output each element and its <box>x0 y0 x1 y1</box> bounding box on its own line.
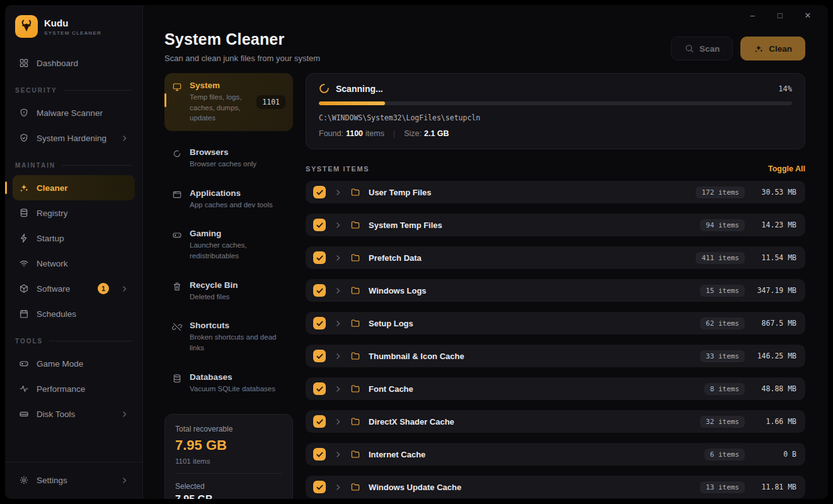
sidebar-item-schedules[interactable]: Schedules <box>13 301 135 326</box>
folder-icon <box>350 187 360 197</box>
maximize-button[interactable]: □ <box>766 6 794 24</box>
sidebar-item-system-hardening[interactable]: System Hardening <box>13 125 135 151</box>
settings-section: Settings <box>5 462 142 499</box>
items-header: SYSTEM ITEMS Toggle All <box>306 164 805 173</box>
brand: Kudu SYSTEM CLEANER <box>5 5 142 47</box>
category-recycle-bin[interactable]: Recycle BinDeleted files <box>164 273 293 310</box>
sidebar-item-game-mode[interactable]: Game Mode <box>13 351 135 376</box>
chevron-right-icon[interactable] <box>334 319 342 328</box>
chevron-right-icon[interactable] <box>334 483 342 491</box>
spinner-icon <box>319 83 330 94</box>
item-name: System Temp Files <box>369 220 442 230</box>
sidebar-item-label: Dashboard <box>37 59 78 68</box>
chevron-right-icon[interactable] <box>334 188 342 197</box>
clean-button-label: Clean <box>769 44 792 54</box>
item-row-directx-shader-cache: DirectX Shader Cache 32 items1.66 MB <box>306 410 805 433</box>
shield-check-icon <box>19 133 29 143</box>
sidebar-item-settings[interactable]: Settings <box>13 467 135 493</box>
item-size: 1.66 MB <box>756 417 796 426</box>
sidebar-item-registry[interactable]: Registry <box>13 200 135 226</box>
item-size: 146.25 MB <box>756 352 796 360</box>
item-count-badge: 33 items <box>700 350 745 362</box>
sidebar-item-label: Game Mode <box>37 359 83 369</box>
item-checkbox[interactable] <box>313 186 326 198</box>
chevron-right-icon[interactable] <box>334 287 342 295</box>
found-value: 1100 <box>346 129 363 138</box>
sidebar-item-network[interactable]: Network <box>13 251 135 276</box>
item-row-thumbnail-icon-cache: Thumbnail & Icon Cache 33 items146.25 MB <box>306 345 805 367</box>
sidebar-item-label: Startup <box>37 234 64 243</box>
category-title: Recycle Bin <box>190 280 285 290</box>
sidebar-item-performance[interactable]: Performance <box>13 376 135 401</box>
toggle-all-link[interactable]: Toggle All <box>768 164 805 173</box>
category-databases[interactable]: DatabasesVacuum SQLite databases <box>164 365 293 402</box>
total-recoverable-value: 7.95 GB <box>175 437 282 454</box>
item-name: Prefetch Data <box>369 253 422 263</box>
page-subtitle: Scan and clean junk files from your syst… <box>164 54 320 63</box>
sidebar-item-cleaner[interactable]: Cleaner <box>13 175 135 200</box>
browser-icon <box>172 149 182 169</box>
item-size: 14.23 MB <box>756 220 796 229</box>
item-row-windows-update-cache: Windows Update Cache 13 items11.81 MB <box>306 476 805 498</box>
item-row-windows-logs: Windows Logs 15 items347.19 MB <box>306 279 805 302</box>
items-section-title: SYSTEM ITEMS <box>306 165 369 173</box>
minimize-button[interactable]: – <box>738 6 766 24</box>
item-count-badge: 94 items <box>700 219 745 231</box>
brand-tagline: SYSTEM CLEANER <box>44 30 101 36</box>
chevron-right-icon <box>120 476 129 484</box>
kudu-logo-icon <box>15 15 38 38</box>
item-row-font-cache: Font Cache 8 items48.88 MB <box>306 377 805 400</box>
category-applications[interactable]: ApplicationsApp caches and dev tools <box>164 181 293 218</box>
dashboard-icon <box>19 58 29 68</box>
total-recoverable-items: 1101 items <box>175 457 282 465</box>
category-system[interactable]: SystemTemp files, logs, caches, dumps, u… <box>164 73 293 131</box>
item-row-user-temp-files: User Temp Files 172 items30.53 MB <box>306 181 805 203</box>
category-browsers[interactable]: BrowsersBrowser caches only <box>164 140 293 177</box>
sidebar-item-dashboard[interactable]: Dashboard <box>13 50 135 76</box>
item-checkbox[interactable] <box>313 251 326 264</box>
scan-status-text: Scanning... <box>336 84 383 94</box>
sidebar-item-malware-scanner[interactable]: Malware Scanner <box>13 100 135 125</box>
category-title: Gaming <box>190 229 285 238</box>
item-checkbox[interactable] <box>313 382 326 395</box>
sidebar-item-startup[interactable]: Startup <box>13 226 135 251</box>
scan-button[interactable]: Scan <box>671 37 733 60</box>
chevron-right-icon[interactable] <box>334 221 342 229</box>
item-checkbox[interactable] <box>313 448 326 461</box>
monitor-icon <box>172 82 182 123</box>
close-button[interactable]: ✕ <box>794 6 822 24</box>
category-desc: App caches and dev tools <box>190 200 285 210</box>
sidebar-item-software[interactable]: Software1 <box>13 276 135 301</box>
totals-card: Total recoverable 7.95 GB 1101 items Sel… <box>164 414 293 499</box>
folder-icon <box>350 253 360 263</box>
item-name: Windows Update Cache <box>369 483 461 492</box>
chevron-right-icon[interactable] <box>334 418 342 426</box>
category-gaming[interactable]: GamingLauncher caches, redistributables <box>164 221 293 268</box>
sidebar-item-label: Network <box>37 259 68 268</box>
folder-icon <box>350 416 360 427</box>
sidebar-item-disk-tools[interactable]: Disk Tools <box>13 401 135 427</box>
item-checkbox[interactable] <box>313 219 326 231</box>
chevron-right-icon[interactable] <box>334 254 342 262</box>
item-size: 0 B <box>756 450 796 459</box>
brand-name: Kudu <box>44 18 101 29</box>
clean-button[interactable]: Clean <box>740 37 805 60</box>
progress-bar <box>319 101 792 105</box>
item-checkbox[interactable] <box>313 350 326 362</box>
sidebar-item-label: Cleaner <box>37 183 68 193</box>
header-actions: Scan Clean <box>671 37 805 60</box>
stat-separator: | <box>393 129 395 138</box>
item-checkbox[interactable] <box>313 415 326 428</box>
sidebar-item-label: Software <box>37 284 70 294</box>
category-shortcuts[interactable]: ShortcutsBroken shortcuts and dead links <box>164 313 293 360</box>
chevron-right-icon[interactable] <box>334 385 342 393</box>
item-checkbox[interactable] <box>313 481 326 493</box>
total-recoverable-label: Total recoverable <box>175 425 282 433</box>
link-off-icon <box>172 322 182 353</box>
chevron-right-icon[interactable] <box>334 352 342 360</box>
item-checkbox[interactable] <box>313 284 326 297</box>
item-checkbox[interactable] <box>313 317 326 329</box>
category-title: Databases <box>190 372 285 382</box>
chevron-right-icon[interactable] <box>334 450 342 459</box>
selected-value: 7.95 GB <box>175 494 282 499</box>
